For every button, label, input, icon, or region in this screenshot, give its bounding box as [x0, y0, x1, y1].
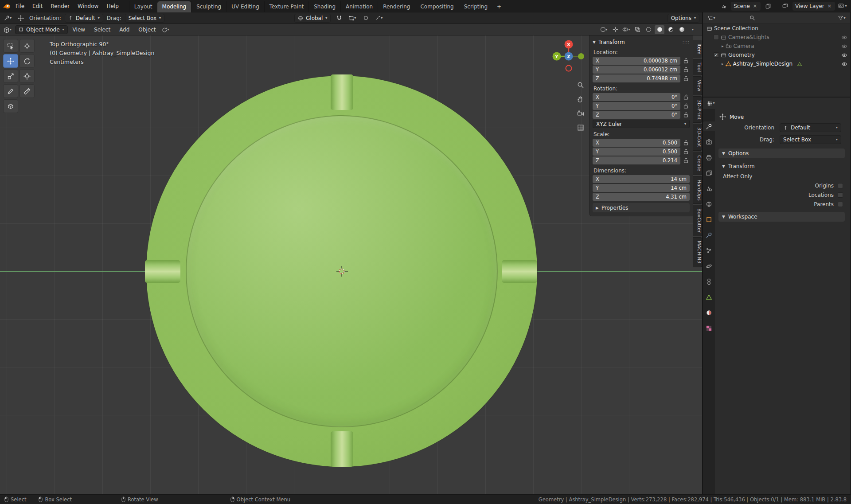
show-gizmo-icon[interactable] — [610, 25, 620, 34]
tab-animation[interactable]: Animation — [340, 1, 378, 12]
options-dropdown[interactable]: Options ▾ — [668, 14, 699, 23]
expand-icon[interactable]: ▸ — [722, 44, 724, 48]
shading-wireframe-icon[interactable] — [644, 25, 653, 34]
menu-edit[interactable]: Edit — [28, 0, 47, 12]
add-cube-tool[interactable] — [3, 99, 18, 113]
cursor-tool[interactable] — [20, 39, 35, 53]
location-x-field[interactable]: X 0.000038 cm — [593, 57, 680, 65]
origins-checkbox[interactable] — [838, 183, 843, 188]
drag-dropdown[interactable]: Select Box ▾ — [125, 14, 164, 23]
properties-panel-header[interactable]: ▶ Properties — [593, 203, 690, 212]
eye-icon[interactable] — [841, 44, 847, 49]
measure-tool[interactable] — [20, 84, 35, 98]
collection-checkbox[interactable]: ✓ — [714, 52, 719, 58]
menu-render[interactable]: Render — [47, 0, 74, 12]
tab-particles[interactable] — [703, 246, 715, 255]
options-panel-header[interactable]: ▼ Options — [718, 148, 845, 158]
snap-target-dropdown[interactable]: ▾ — [347, 14, 357, 23]
sidebar-tab-view[interactable]: View — [693, 76, 702, 95]
location-y-field[interactable]: Y 0.006012 cm — [593, 66, 680, 74]
sidebar-tab-item[interactable]: Item — [693, 40, 702, 58]
rotate-tool[interactable] — [20, 54, 35, 68]
tab-constraints[interactable] — [703, 277, 715, 286]
rotation-z-field[interactable]: Z 0° — [593, 111, 680, 119]
workspace-panel-header[interactable]: ▼ Workspace — [718, 212, 845, 222]
menu-select[interactable]: Select — [90, 23, 114, 36]
view-layer-unlink-icon[interactable]: × — [827, 3, 832, 9]
tab-material[interactable] — [703, 308, 715, 317]
new-scene-icon[interactable] — [763, 2, 773, 11]
eye-icon[interactable] — [841, 35, 847, 40]
select-box-tool[interactable] — [3, 39, 18, 53]
outliner-editor-icon[interactable]: ▾ — [707, 14, 716, 23]
eye-icon[interactable] — [841, 62, 847, 66]
view-layer-selector[interactable]: View Layer × — [792, 2, 835, 11]
transform-subpanel-header[interactable]: ▼ Transform — [722, 162, 846, 171]
toggle-ortho-grid-icon[interactable] — [575, 122, 586, 133]
outliner-row-ashtray[interactable]: ▸ Ashtray_SimpleDesign — [703, 59, 850, 68]
scale-z-field[interactable]: Z 0.214 — [593, 156, 680, 164]
tab-scripting[interactable]: Scripting — [459, 1, 492, 12]
location-z-field[interactable]: Z 0.74988 cm — [593, 74, 680, 82]
tab-rendering[interactable]: Rendering — [378, 1, 415, 12]
proportional-falloff-dropdown[interactable]: ▾ — [374, 14, 384, 23]
shading-material-icon[interactable] — [666, 25, 675, 34]
render-display-icon[interactable]: ▾ — [838, 2, 847, 11]
tool-drag-dropdown[interactable]: Select Box ▾ — [780, 135, 841, 144]
zoom-icon[interactable] — [575, 80, 586, 90]
sidebar-tab-boxcutter[interactable]: BoxCutter — [693, 205, 702, 236]
pan-hand-icon[interactable] — [575, 94, 586, 105]
snap-magnet-icon[interactable] — [334, 14, 344, 23]
tool-orientation-dropdown[interactable]: Default ▾ — [780, 123, 841, 132]
tab-compositing[interactable]: Compositing — [415, 1, 458, 12]
viewport-canvas[interactable]: Top Orthographic 90° (0) Geometry | Asht… — [0, 35, 702, 494]
menu-help[interactable]: Help — [102, 0, 122, 12]
annotate-tool[interactable] — [3, 84, 18, 98]
panel-grip-icon[interactable]: :::: — [683, 40, 690, 44]
tab-tool[interactable] — [703, 121, 715, 131]
camera-view-icon[interactable] — [575, 108, 586, 119]
tab-object-data[interactable] — [703, 292, 715, 302]
scale-tool[interactable] — [3, 69, 18, 83]
tab-world[interactable] — [703, 199, 715, 209]
lock-scale-y-icon[interactable] — [682, 148, 690, 156]
show-overlays-dropdown[interactable]: ▾ — [621, 25, 631, 34]
tab-physics[interactable] — [703, 261, 715, 271]
tab-object[interactable] — [703, 215, 715, 224]
transform-panel-header[interactable]: ▼ Transform :::: — [593, 37, 690, 47]
sidebar-tab-3d-coat[interactable]: 3D-Coat — [693, 124, 702, 151]
tab-modeling[interactable]: Modeling — [157, 1, 191, 12]
collection-checkbox[interactable] — [714, 35, 719, 40]
outliner-row-camera[interactable]: ▸ Camera — [703, 42, 850, 51]
eye-icon[interactable] — [841, 53, 847, 58]
menu-file[interactable]: File — [12, 0, 28, 12]
menu-view[interactable]: View — [69, 23, 89, 36]
expand-icon[interactable]: ▸ — [722, 62, 724, 66]
rotation-y-field[interactable]: Y 0° — [593, 102, 680, 110]
rotation-x-field[interactable]: X 0° — [593, 93, 680, 101]
tab-render[interactable] — [703, 137, 715, 147]
shading-rendered-icon[interactable] — [677, 25, 687, 34]
menu-add[interactable]: Add — [115, 23, 133, 36]
menu-window[interactable]: Window — [74, 0, 102, 12]
tab-uv-editing[interactable]: UV Editing — [226, 1, 264, 12]
scene-browse-icon[interactable] — [718, 2, 728, 11]
outliner-row-camera-lights[interactable]: Camera&Lights — [703, 33, 850, 42]
mode-dropdown[interactable]: Object Mode ▾ — [15, 25, 68, 34]
scene-unlink-icon[interactable]: × — [752, 3, 758, 9]
tab-shading[interactable]: Shading — [308, 1, 340, 12]
viewport-editor-icon[interactable]: ▾ — [3, 25, 12, 34]
tab-output[interactable] — [703, 152, 715, 162]
orientation-dropdown[interactable]: Default ▾ — [65, 14, 103, 23]
shading-dropdown[interactable]: ▾ — [688, 25, 698, 34]
lock-location-y-icon[interactable] — [682, 66, 690, 74]
sidebar-tab-3d-print[interactable]: 3D-Print — [693, 96, 702, 123]
rotation-mode-dropdown[interactable]: XYZ Euler ▾ — [593, 120, 690, 128]
tool-settings-editor-icon[interactable]: ▾ — [3, 14, 12, 23]
object-visibility-dropdown[interactable]: ▾ — [599, 25, 609, 34]
tab-texture-paint[interactable]: Texture Paint — [264, 1, 308, 12]
outliner-row-geometry[interactable]: ✓ Geometry — [703, 51, 850, 59]
add-workspace-button[interactable]: + — [492, 1, 506, 12]
dimensions-x-field[interactable]: X 14 cm — [593, 175, 690, 183]
outliner-search-icon[interactable] — [747, 14, 757, 23]
